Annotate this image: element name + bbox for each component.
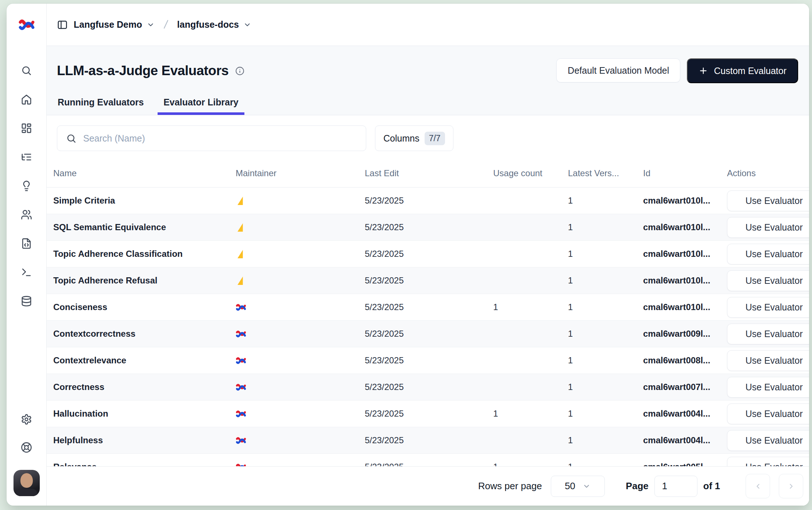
tracing-tree-icon[interactable] [21,151,32,163]
langfuse-maintainer-icon [236,302,365,313]
use-evaluator-button[interactable]: Use Evaluator [727,244,809,264]
use-evaluator-button[interactable]: Use Evaluator [727,270,809,291]
project-switcher[interactable]: langfuse-docs [177,19,251,30]
column-header-name[interactable]: Name [53,168,236,178]
actions-cell: Use Evaluator [727,350,809,371]
column-header-id[interactable]: Id [643,168,727,178]
use-evaluator-button[interactable]: Use Evaluator [727,297,809,318]
info-icon[interactable] [235,66,244,76]
table-row[interactable]: Hallucination 5/23/2025 1 1 cmal6wart004… [47,401,809,427]
tab-bar: Running Evaluators Evaluator Library [57,97,798,115]
table-row[interactable]: Conciseness 5/23/2025 1 1 cmal6wart010l.… [47,294,809,321]
columns-count-badge: 7/7 [425,132,445,145]
use-evaluator-button[interactable]: Use Evaluator [727,190,809,211]
page-number-input[interactable] [654,476,697,497]
support-lifebuoy-icon[interactable] [21,442,32,453]
sidebar-toggle-icon[interactable] [57,19,68,30]
custom-evaluator-label: Custom Evaluator [714,66,786,76]
table-row[interactable]: Relevance 5/23/2025 1 1 cmal6wart005l...… [47,454,809,466]
table-row[interactable]: Simple Criteria 5/23/2025 1 cmal6wart010… [47,188,809,214]
last-edit-date: 5/23/2025 [365,196,493,206]
table-row[interactable]: Helpfulness 5/23/2025 1 cmal6wart004l...… [47,427,809,454]
settings-gear-icon[interactable] [21,414,32,425]
evaluation-lightbulb-icon[interactable] [21,180,32,192]
actions-cell: Use Evaluator [727,403,809,424]
rows-per-page-select[interactable]: 50 [551,476,605,497]
tab-running-evaluators[interactable]: Running Evaluators [57,97,144,115]
use-evaluator-button[interactable]: Use Evaluator [727,430,809,451]
use-evaluator-button[interactable]: Use Evaluator [727,350,809,371]
chevron-down-icon [583,482,591,490]
use-evaluator-button[interactable]: Use Evaluator [727,377,809,398]
actions-cell: Use Evaluator [727,297,809,318]
table-row[interactable]: SQL Semantic Equivalence 5/23/2025 1 cma… [47,214,809,241]
sidebar [7,4,47,506]
tab-evaluator-library[interactable]: Evaluator Library [163,97,239,115]
last-edit-date: 5/23/2025 [365,435,493,445]
actions-cell: Use Evaluator [727,457,809,467]
langfuse-maintainer-icon [236,355,365,366]
custom-evaluator-button[interactable]: Custom Evaluator [687,58,798,83]
ragas-maintainer-icon [236,196,365,206]
search-icon[interactable] [21,65,32,76]
evaluator-name: Hallucination [53,409,236,419]
evaluator-name: Topic Adherence Refusal [53,275,236,286]
usage-count: 1 [493,462,568,466]
evaluator-name: Relevance [53,462,236,466]
evaluator-id: cmal6wart004l... [643,409,727,419]
next-page-button[interactable] [779,474,803,498]
table-row[interactable]: Topic Adherence Classification 5/23/2025… [47,241,809,267]
table-row[interactable]: Correctness 5/23/2025 1 cmal6wart007l...… [47,374,809,401]
maintainer-cell [236,435,365,446]
columns-button[interactable]: Columns 7/7 [375,125,453,151]
org-switcher[interactable]: Langfuse Demo [74,19,155,30]
search-input[interactable] [83,133,357,144]
user-avatar[interactable] [13,470,40,496]
table-header-row: Name Maintainer Last Edit Usage count La… [47,159,809,188]
column-header-latest-version[interactable]: Latest Vers... [568,168,643,178]
evaluator-id: cmal6wart007l... [643,382,727,392]
langfuse-logo[interactable] [7,4,46,46]
search-box[interactable] [57,125,366,151]
datasets-database-icon[interactable] [21,295,32,307]
evaluator-name: Conciseness [53,302,236,312]
default-evaluation-model-button[interactable]: Default Evaluation Model [556,58,680,82]
desktop-background: { "topnav": { "org": "Langfuse Demo", "p… [0,0,812,510]
use-evaluator-button[interactable]: Use Evaluator [727,324,809,344]
evaluator-id: cmal6wart004l... [643,435,727,445]
dashboard-icon[interactable] [21,123,32,134]
previous-page-button[interactable] [746,474,770,498]
prompts-file-code-icon[interactable] [21,238,32,249]
use-evaluator-button[interactable]: Use Evaluator [727,217,809,238]
actions-cell: Use Evaluator [727,377,809,398]
playground-terminal-icon[interactable] [21,267,32,278]
page-label: Page [626,480,649,492]
use-evaluator-button[interactable]: Use Evaluator [727,403,809,424]
evaluator-id: cmal6wart010l... [643,302,727,312]
top-navigation: Langfuse Demo langfuse-docs [47,4,809,46]
ragas-maintainer-icon [236,275,365,286]
evaluator-id: cmal6wart010l... [643,196,727,206]
evaluator-id: cmal6wart010l... [643,275,727,286]
ragas-maintainer-icon [236,222,365,233]
actions-cell: Use Evaluator [727,270,809,291]
users-icon[interactable] [21,209,32,220]
column-header-maintainer[interactable]: Maintainer [236,168,365,178]
column-header-last-edit[interactable]: Last Edit [365,168,493,178]
latest-version: 1 [568,302,643,312]
table-row[interactable]: Topic Adherence Refusal 5/23/2025 1 cmal… [47,267,809,294]
evaluator-id: cmal6wart008l... [643,355,727,366]
table-toolbar: Columns 7/7 [47,115,809,159]
last-edit-date: 5/23/2025 [365,462,493,466]
table-row[interactable]: Contextcorrectness 5/23/2025 1 cmal6wart… [47,321,809,347]
project-name: langfuse-docs [177,19,239,30]
last-edit-date: 5/23/2025 [365,409,493,419]
table-row[interactable]: Contextrelevance 5/23/2025 1 cmal6wart00… [47,347,809,374]
home-icon[interactable] [21,94,32,105]
use-evaluator-button[interactable]: Use Evaluator [727,457,809,467]
chevron-down-icon [243,21,251,29]
column-header-usage-count[interactable]: Usage count [493,168,568,178]
last-edit-date: 5/23/2025 [365,275,493,286]
evaluator-id: cmal6wart010l... [643,222,727,232]
last-edit-date: 5/23/2025 [365,249,493,259]
